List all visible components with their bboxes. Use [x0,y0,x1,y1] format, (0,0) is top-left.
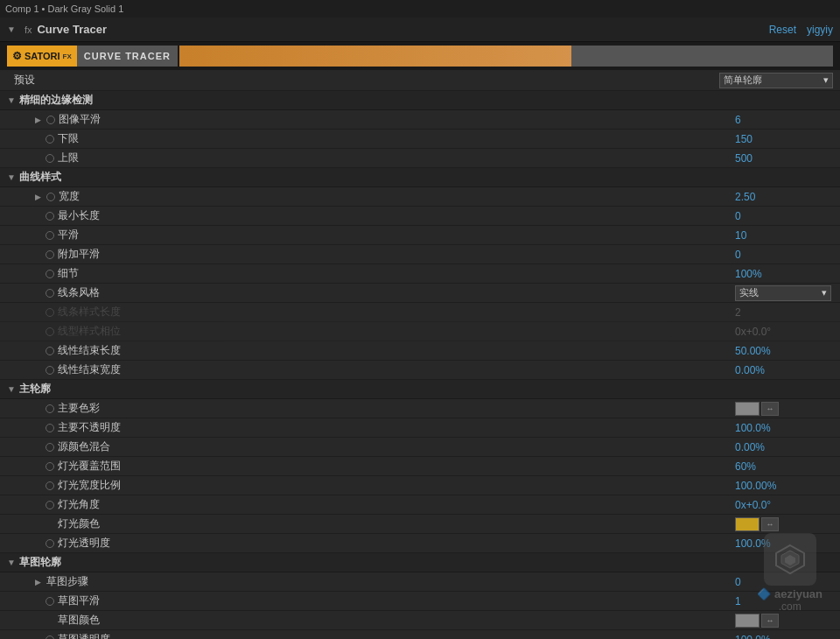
select-chevron: ▾ [822,287,827,298]
row-width: ▶ 宽度 2.50 [0,187,840,207]
reset-button[interactable]: Reset [769,24,796,36]
param-circle[interactable] [46,347,54,355]
row-label-text: 灯光透明度 [58,536,110,551]
section-header-main-contour[interactable]: ▼ 主轮廓 [0,380,840,399]
section-label: 主轮廓 [19,382,51,397]
param-circle[interactable] [46,597,54,606]
presets-label: 预设 [14,73,35,88]
light-color-btn[interactable]: ↔ [761,517,779,531]
presets-row: 预设 简单轮廓 ▾ [0,70,840,91]
row-light-coverage: 灯光覆盖范围 60% [0,457,840,476]
row-light-width-ratio: 灯光宽度比例 100.00% [0,476,840,495]
row-label-text: 平滑 [58,228,79,242]
satori-logo[interactable]: ⚙ SATORIFX [7,46,77,67]
row-label-text: 灯光覆盖范围 [58,459,121,474]
section-header-sketch-contour[interactable]: ▼ 草图轮廓 [0,553,840,572]
watermark-domain: .com [779,600,802,613]
user-label: yigyiy [807,24,833,36]
row-light-opacity: 灯光透明度 100.0% [0,534,840,553]
row-sketch-color: 草图颜色 ↔ [0,611,840,630]
row-lower-limit: 下限 150 [0,130,840,149]
section-chevron: ▼ [7,95,16,105]
row-light-color: 灯光颜色 ↔ [0,515,840,534]
param-circle[interactable] [46,289,54,298]
param-circle[interactable] [46,404,54,413]
row-label-text: 下限 [58,131,79,146]
expand-icon[interactable]: ▶ [35,116,41,124]
expand-icon[interactable]: ▶ [35,193,41,201]
param-circle[interactable] [46,116,55,124]
param-circle[interactable] [46,635,54,640]
sketch-color-swatch[interactable] [735,614,760,628]
param-circle[interactable] [46,135,54,144]
curve-tracer-tab[interactable]: CURVE TRACER [77,46,178,67]
row-line-style-phase: 线型样式相位 0x+0.0° [0,322,840,341]
expand-icon[interactable]: ▶ [35,578,41,586]
row-smooth: 平滑 10 [0,226,840,245]
row-extra-smooth: 附加平滑 0 [0,245,840,264]
section-header-curve-style[interactable]: ▼ 曲线样式 [0,168,840,187]
satori-gear-icon: ⚙ [12,50,22,62]
param-circle[interactable] [46,539,54,548]
param-circle[interactable] [46,308,54,317]
row-label-text: 源颜色混合 [58,439,110,454]
progress-bar [179,46,833,67]
light-color-swatch[interactable] [735,517,760,531]
section-chevron: ▼ [7,558,16,567]
sketch-color-btn[interactable]: ↔ [761,614,779,628]
row-label-text: 草图平滑 [58,593,100,608]
row-line-style: 线条风格 实线 ▾ [0,284,840,303]
line-style-select[interactable]: 实线 ▾ [735,285,831,301]
fx-icon: fx [24,25,32,35]
section-chevron: ▼ [7,384,16,394]
section-label: 精细的边缘检测 [19,93,93,108]
param-circle[interactable] [46,270,54,278]
row-label-text: 最小长度 [58,208,100,223]
row-linear-end-width: 线性结束宽度 0.00% [0,361,840,380]
row-sketch-steps: ▶ 草图步骤 0 [0,572,840,592]
param-circle[interactable] [46,231,54,240]
row-linear-end-length: 线性结束长度 50.00% [0,341,840,361]
param-circle[interactable] [46,154,54,163]
satori-bar: ⚙ SATORIFX CURVE TRACER [0,42,840,70]
param-circle[interactable] [46,366,54,375]
param-circle[interactable] [46,462,54,471]
satori-logo-text: SATORI [24,51,60,61]
plugin-header: ▼ fx Curve Tracer Reset yigyiy [0,18,840,42]
row-label-text: 灯光宽度比例 [58,478,121,493]
param-circle[interactable] [46,443,54,452]
row-label-text: 图像平滑 [59,112,101,127]
param-circle[interactable] [46,424,54,432]
row-label-text: 附加平滑 [58,247,100,262]
row-label-text: 草图透明度 [58,632,110,639]
row-label-text: 上限 [58,151,79,165]
section-header-edge-detection[interactable]: ▼ 精细的边缘检测 [0,91,840,110]
param-circle[interactable] [46,481,54,490]
row-label-text: 草图颜色 [58,613,100,628]
row-min-length: 最小长度 0 [0,207,840,226]
section-label: 草图轮廓 [19,555,61,570]
watermark-text: aeziyuan [774,587,822,600]
section-label: 曲线样式 [19,170,61,185]
main-color-btn[interactable]: ↔ [761,402,779,416]
param-circle[interactable] [46,212,54,221]
param-circle[interactable] [46,193,55,201]
param-circle[interactable] [46,327,54,336]
presets-select[interactable]: 简单轮廓 ▾ [719,73,833,88]
title-text: Comp 1 • Dark Gray Solid 1 [5,4,123,14]
main-color-swatch[interactable] [735,402,760,416]
row-label-text: 灯光角度 [58,497,100,512]
row-main-color: 主要色彩 ↔ [0,399,840,418]
collapse-arrow[interactable]: ▼ [7,25,16,34]
row-source-color-blend: 源颜色混合 0.00% [0,438,840,457]
content-area: 预设 简单轮廓 ▾ ▼ 精细的边缘检测 ▶ 图像平滑 6 下限 150 上限 [0,70,840,639]
row-label-text: 线型样式相位 [58,324,121,339]
row-main-opacity: 主要不透明度 100.0% [0,418,840,438]
row-label-text: 主要不透明度 [58,420,121,435]
param-circle[interactable] [46,501,54,509]
select-chevron: ▾ [823,74,829,86]
row-upper-limit: 上限 500 [0,149,840,168]
watermark-icon-label: 🔷 [757,587,771,600]
param-circle[interactable] [46,250,54,259]
plugin-name: Curve Tracer [37,23,107,36]
